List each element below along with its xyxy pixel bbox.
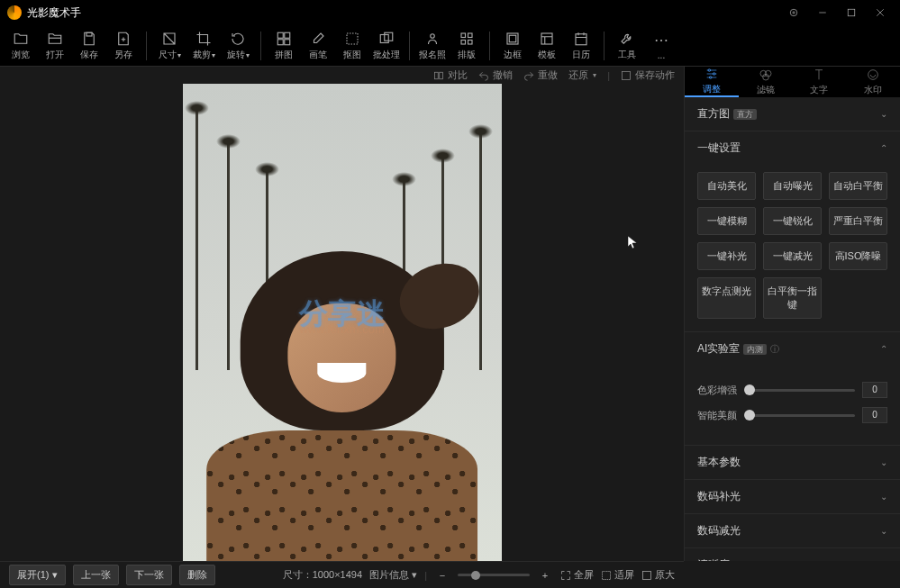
ailab-header[interactable]: AI实验室内测 ⓘ ⌃ xyxy=(685,332,900,366)
canvas-area: 对比 撤销 重做 还原▾ | 保存动作 分享迷 www.fenxm.com xyxy=(0,67,684,561)
fit-button[interactable]: 适屏 xyxy=(601,568,634,582)
preset-btn-2[interactable]: 自动白平衡 xyxy=(829,172,887,200)
close-button[interactable] xyxy=(868,4,893,22)
histogram-header[interactable]: 直方图直方 ⌄ xyxy=(685,97,900,131)
svg-rect-15 xyxy=(461,33,466,38)
orig-button[interactable]: 原大 xyxy=(641,568,675,582)
browse-button[interactable]: 浏览 xyxy=(4,27,38,65)
chevron-down-icon: ⌄ xyxy=(880,560,887,561)
svg-rect-3 xyxy=(848,9,855,16)
preset-btn-0[interactable]: 自动美化 xyxy=(697,172,756,200)
slider-thumb[interactable] xyxy=(744,410,755,421)
preset-btn-6[interactable]: 一键补光 xyxy=(697,242,756,270)
app-logo-icon xyxy=(7,5,22,20)
slider-thumb[interactable] xyxy=(744,384,755,395)
brush-button[interactable]: 画笔 xyxy=(301,27,335,65)
batch-button[interactable]: 批处理 xyxy=(369,27,404,65)
settings-icon[interactable] xyxy=(781,4,806,22)
chevron-down-icon: ⌄ xyxy=(880,492,887,502)
zoom-out-button[interactable]: − xyxy=(434,567,450,583)
save-action-button[interactable]: 保存动作 xyxy=(621,68,675,82)
section-ailab: AI实验室内测 ⓘ ⌃ 色彩增强 0智能美颜 0 xyxy=(685,332,900,446)
preset-btn-10[interactable]: 白平衡一指键 xyxy=(763,277,822,319)
slider-value[interactable]: 0 xyxy=(862,407,887,423)
preset-btn-1[interactable]: 自动曝光 xyxy=(763,172,822,200)
app-title: 光影魔术手 xyxy=(27,5,81,21)
template-button[interactable]: 模板 xyxy=(530,27,564,65)
tab-watermark[interactable]: 水印 xyxy=(846,67,900,97)
watermark-url: www.fenxm.com xyxy=(299,322,385,336)
section-collapsed-1: 数码补光⌄ xyxy=(685,480,900,514)
slider-track[interactable] xyxy=(750,389,855,392)
next-button[interactable]: 下一张 xyxy=(126,565,172,585)
svg-rect-17 xyxy=(461,40,466,44)
zoom-in-button[interactable]: + xyxy=(537,567,553,583)
oneclick-header[interactable]: 一键设置 ⌃ xyxy=(685,131,900,165)
canvas-toolbar: 对比 撤销 重做 还原▾ | 保存动作 xyxy=(0,67,684,84)
maximize-button[interactable] xyxy=(839,4,864,22)
chevron-down-icon: ⌄ xyxy=(880,457,887,467)
crop-button[interactable]: 裁剪▾ xyxy=(186,27,221,65)
section-collapsed-3: 清晰度⌄ xyxy=(685,548,900,561)
svg-rect-23 xyxy=(435,72,439,79)
section-header[interactable]: 清晰度⌄ xyxy=(685,548,900,561)
tab-filter[interactable]: 滤镜 xyxy=(739,67,793,97)
svg-rect-34 xyxy=(643,571,651,579)
tab-adjust[interactable]: 调整 xyxy=(685,67,739,97)
undo-button[interactable]: 撤销 xyxy=(478,68,513,82)
svg-rect-22 xyxy=(576,33,586,44)
collage-button[interactable]: 拼图 xyxy=(267,27,301,65)
chevron-up-icon: ⌃ xyxy=(880,143,887,153)
svg-rect-21 xyxy=(541,33,552,44)
svg-rect-8 xyxy=(285,32,290,38)
image-info-button[interactable]: 图片信息 ▾ xyxy=(369,568,417,582)
slider-row-1: 智能美颜 0 xyxy=(697,407,887,423)
layout-button[interactable]: 排版 xyxy=(450,27,484,65)
delete-button[interactable]: 删除 xyxy=(179,565,215,585)
tools-button[interactable]: 工具 xyxy=(610,27,644,65)
redo-button[interactable]: 重做 xyxy=(523,68,558,82)
save-button[interactable]: 保存 xyxy=(72,27,106,65)
section-oneclick: 一键设置 ⌃ 自动美化自动曝光自动白平衡一键模糊一键锐化严重白平衡一键补光一键减… xyxy=(685,131,900,332)
fullscreen-button[interactable]: 全屏 xyxy=(560,568,594,582)
tab-text[interactable]: 文字 xyxy=(793,67,847,97)
preset-btn-8[interactable]: 高ISO降噪 xyxy=(829,242,887,270)
rotate-button[interactable]: 旋转▾ xyxy=(221,27,255,65)
calendar-button[interactable]: 日历 xyxy=(564,27,598,65)
idphoto-button[interactable]: 报名照 xyxy=(415,27,450,65)
section-collapsed-0: 基本参数⌄ xyxy=(685,446,900,480)
preset-btn-5[interactable]: 严重白平衡 xyxy=(829,207,887,235)
preset-btn-4[interactable]: 一键锐化 xyxy=(763,207,822,235)
slider-track[interactable] xyxy=(750,414,855,417)
minimize-button[interactable] xyxy=(810,4,835,22)
canvas-viewport[interactable]: 分享迷 www.fenxm.com xyxy=(0,84,684,561)
preset-btn-7[interactable]: 一键减光 xyxy=(763,242,822,270)
size-button[interactable]: 尺寸▾ xyxy=(152,27,186,65)
section-header[interactable]: 数码补光⌄ xyxy=(685,480,900,513)
preset-btn-3[interactable]: 一键模糊 xyxy=(697,207,756,235)
open-button[interactable]: 打开 xyxy=(38,27,72,65)
prev-button[interactable]: 上一张 xyxy=(73,565,119,585)
chevron-down-icon: ⌄ xyxy=(880,109,887,119)
cutout-button[interactable]: 抠图 xyxy=(335,27,369,65)
svg-rect-24 xyxy=(440,72,443,79)
restore-button[interactable]: 还原▾ xyxy=(568,68,596,82)
svg-rect-16 xyxy=(468,33,473,38)
svg-rect-9 xyxy=(277,39,283,44)
main-area: 对比 撤销 重做 还原▾ | 保存动作 分享迷 www.fenxm.com 调整… xyxy=(0,67,900,561)
section-header[interactable]: 数码减光⌄ xyxy=(685,514,900,547)
expand-button[interactable]: 展开(1) ▾ xyxy=(9,565,66,585)
section-header[interactable]: 基本参数⌄ xyxy=(685,446,900,479)
compare-button[interactable]: 对比 xyxy=(433,68,468,82)
more-button[interactable]: ⋯... xyxy=(644,27,678,65)
preset-btn-9[interactable]: 数字点测光 xyxy=(697,277,756,319)
svg-rect-25 xyxy=(623,71,631,79)
zoom-slider[interactable] xyxy=(458,574,530,576)
right-panel: 调整 滤镜 文字 水印 直方图直方 ⌄ 一键设置 ⌃ 自动美化自动曝光自动白平衡… xyxy=(684,67,900,561)
slider-value[interactable]: 0 xyxy=(862,382,887,398)
titlebar-left: 光影魔术手 xyxy=(7,5,81,21)
photo-image: 分享迷 www.fenxm.com xyxy=(183,84,502,561)
slider-label: 智能美颜 xyxy=(697,409,742,422)
save-as-button[interactable]: 另存 xyxy=(106,27,141,65)
border-button[interactable]: 边框 xyxy=(495,27,530,65)
